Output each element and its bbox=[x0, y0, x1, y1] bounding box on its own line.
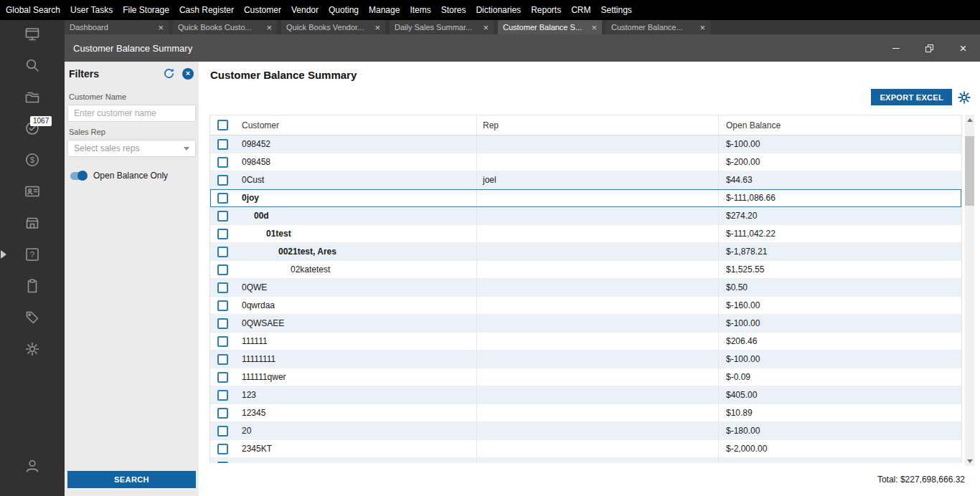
customer-name-input[interactable] bbox=[67, 105, 196, 122]
help-icon[interactable]: ? bbox=[24, 246, 41, 263]
table-row[interactable]: 0021test, Ares$-1,878.21 bbox=[210, 243, 961, 261]
tab-close-icon[interactable]: × bbox=[591, 23, 597, 32]
close-filters-icon[interactable]: × bbox=[182, 68, 194, 80]
menu-item-quoting[interactable]: Quoting bbox=[329, 5, 359, 15]
sales-rep-select[interactable]: Select sales reps bbox=[67, 140, 196, 157]
table-row[interactable]: 0Custjoel$44.63 bbox=[210, 171, 961, 189]
menu-item-settings[interactable]: Settings bbox=[600, 5, 631, 15]
vertical-scrollbar[interactable] bbox=[965, 115, 974, 466]
tab-dashboard[interactable]: Dashboard× bbox=[65, 20, 169, 34]
menu-item-items[interactable]: Items bbox=[410, 5, 430, 15]
open-balance-toggle[interactable] bbox=[70, 172, 87, 180]
money-icon[interactable]: $ bbox=[24, 151, 41, 168]
table-row[interactable]: 111111qwer$-0.09 bbox=[210, 368, 961, 386]
table-row[interactable]: 098452$-100.00 bbox=[210, 135, 961, 153]
menu-item-stores[interactable]: Stores bbox=[441, 5, 466, 15]
menu-item-reports[interactable]: Reports bbox=[531, 5, 561, 15]
row-checkbox[interactable] bbox=[217, 372, 228, 383]
tab-close-icon[interactable]: × bbox=[483, 23, 489, 32]
row-checkbox[interactable] bbox=[217, 229, 228, 239]
tab-daily-sales-summar[interactable]: Daily Sales Summar...× bbox=[390, 20, 494, 34]
table-row-partial[interactable] bbox=[210, 458, 961, 463]
scroll-up-arrow[interactable] bbox=[965, 115, 974, 125]
tab-quick-books-custo[interactable]: Quick Books Custo...× bbox=[173, 20, 277, 34]
close-button[interactable]: × bbox=[946, 34, 980, 62]
search-icon[interactable] bbox=[24, 57, 41, 74]
maximize-button[interactable] bbox=[913, 34, 946, 62]
tab-customer-balance-s[interactable]: Customer Balance S...× bbox=[498, 20, 602, 34]
notification-badge: 1067 bbox=[30, 116, 52, 126]
user-icon[interactable] bbox=[24, 457, 41, 474]
row-checkbox[interactable] bbox=[217, 318, 228, 329]
table-row[interactable]: 02katetest$1,525.55 bbox=[210, 261, 961, 279]
row-checkbox[interactable] bbox=[217, 462, 228, 463]
export-excel-button[interactable]: EXPORT EXCEL bbox=[871, 89, 952, 105]
balance-cell: $44.63 bbox=[718, 171, 961, 189]
scrollbar-thumb[interactable] bbox=[965, 136, 974, 206]
tab-close-icon[interactable]: × bbox=[374, 23, 380, 32]
tags-icon[interactable] bbox=[24, 309, 41, 326]
row-checkbox[interactable] bbox=[217, 354, 228, 365]
contacts-icon[interactable] bbox=[24, 183, 41, 200]
menu-item-vendor[interactable]: Vendor bbox=[291, 5, 319, 15]
row-checkbox[interactable] bbox=[217, 247, 228, 257]
table-row[interactable]: 098458$-200.00 bbox=[210, 153, 961, 171]
row-checkbox[interactable] bbox=[217, 211, 228, 221]
row-checkbox[interactable] bbox=[217, 426, 228, 437]
table-row[interactable]: 0QWE$0.50 bbox=[210, 279, 961, 297]
sidebar-expand-arrow[interactable] bbox=[1, 250, 6, 259]
column-header-customer[interactable]: Customer bbox=[235, 115, 476, 135]
column-header-rep[interactable]: Rep bbox=[476, 115, 718, 135]
clipboard-icon[interactable] bbox=[24, 277, 41, 295]
table-row[interactable]: 0QWSAEE$-100.00 bbox=[210, 315, 961, 333]
column-header-open-balance[interactable]: Open Balance bbox=[718, 115, 961, 135]
row-checkbox[interactable] bbox=[217, 264, 228, 275]
row-checkbox[interactable] bbox=[217, 282, 228, 293]
page-title: Customer Balance Summary bbox=[210, 69, 357, 81]
search-button[interactable]: SEARCH bbox=[67, 471, 196, 488]
row-checkbox[interactable] bbox=[217, 175, 228, 186]
menu-item-file-storage[interactable]: File Storage bbox=[123, 5, 169, 15]
scroll-down-arrow[interactable] bbox=[965, 456, 974, 466]
menu-item-manage[interactable]: Manage bbox=[369, 5, 400, 15]
table-row[interactable]: 12345$10.89 bbox=[210, 404, 961, 422]
select-all-checkbox[interactable] bbox=[217, 120, 228, 130]
customer-cell: 2345KT bbox=[235, 440, 476, 457]
row-checkbox[interactable] bbox=[217, 300, 228, 311]
table-row[interactable]: 2345KT$-2,000.00 bbox=[210, 440, 961, 458]
dashboard-icon[interactable] bbox=[24, 25, 41, 42]
row-checkbox[interactable] bbox=[217, 157, 228, 168]
minimize-button[interactable] bbox=[879, 34, 913, 62]
tab-customer-balance[interactable]: Customer Balance...× bbox=[606, 20, 710, 34]
table-row[interactable]: 11111111$-100.00 bbox=[210, 350, 961, 368]
folders-icon[interactable] bbox=[24, 88, 41, 105]
table-row[interactable]: 0qwrdaa$-160.00 bbox=[210, 297, 961, 315]
table-row[interactable]: 01test$-111,042.22 bbox=[210, 225, 961, 243]
menu-item-global-search[interactable]: Global Search bbox=[6, 5, 60, 15]
tab-close-icon[interactable]: × bbox=[158, 23, 164, 32]
row-checkbox[interactable] bbox=[217, 444, 228, 454]
menu-item-user-tasks[interactable]: User Tasks bbox=[70, 5, 113, 15]
table-row[interactable]: 20$-180.00 bbox=[210, 422, 961, 440]
menu-item-crm[interactable]: CRM bbox=[571, 5, 590, 15]
row-checkbox[interactable] bbox=[217, 193, 228, 204]
menu-item-cash-register[interactable]: Cash Register bbox=[179, 5, 234, 15]
row-checkbox[interactable] bbox=[217, 139, 228, 150]
row-checkbox[interactable] bbox=[217, 336, 228, 347]
tab-close-icon[interactable]: × bbox=[266, 23, 272, 32]
settings-icon[interactable] bbox=[24, 340, 41, 358]
table-row[interactable]: 00d$274.20 bbox=[210, 207, 961, 225]
table-row[interactable]: 123$405.00 bbox=[210, 386, 961, 404]
tab-quick-books-vendor[interactable]: Quick Books Vendor...× bbox=[281, 20, 385, 34]
menu-item-dictionaries[interactable]: Dictionaries bbox=[476, 5, 521, 15]
gear-icon[interactable] bbox=[956, 90, 972, 105]
table-row[interactable]: 111111$206.46 bbox=[210, 333, 961, 350]
customer-cell: 20 bbox=[235, 422, 476, 439]
refresh-icon[interactable] bbox=[163, 67, 175, 80]
row-checkbox[interactable] bbox=[217, 390, 228, 401]
row-checkbox[interactable] bbox=[217, 408, 228, 419]
table-row[interactable]: 0joy$-111,086.66 bbox=[210, 189, 961, 207]
store-icon[interactable] bbox=[24, 214, 41, 232]
tab-close-icon[interactable]: × bbox=[699, 23, 705, 32]
menu-item-customer[interactable]: Customer bbox=[244, 5, 281, 15]
